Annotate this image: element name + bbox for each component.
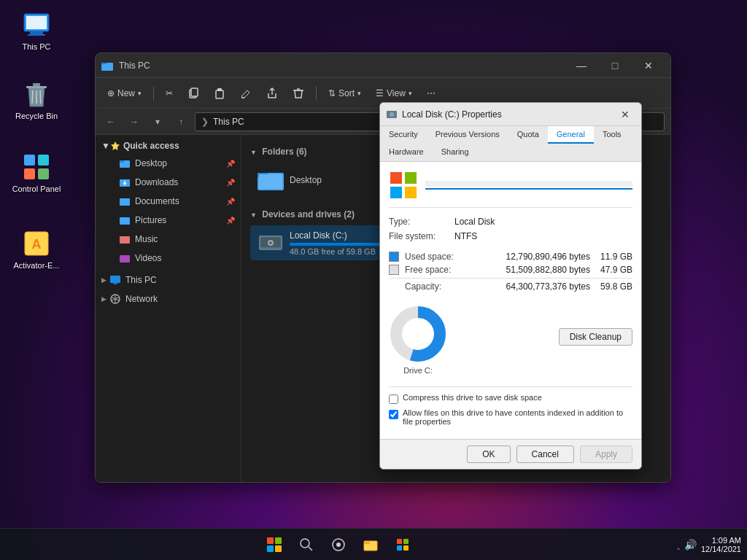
copy-button[interactable]	[182, 85, 205, 102]
free-space-row: Free space: 51,509,882,880 bytes 47.9 GB	[389, 265, 632, 275]
new-button[interactable]: ⊕ New ▾	[101, 85, 147, 101]
up-button[interactable]: ↑	[171, 112, 190, 131]
tab-quota[interactable]: Quota	[508, 126, 548, 144]
donut-chart: Drive C:	[389, 305, 447, 375]
svg-rect-57	[405, 187, 417, 198]
dialog-separator	[389, 386, 632, 387]
tab-previous-versions[interactable]: Previous Versions	[427, 126, 508, 144]
sidebar-music-label: Music	[135, 234, 158, 244]
system-clock[interactable]: 1:09 AM 12/14/2021	[701, 536, 741, 553]
compress-label: Compress this drive to save disk space	[403, 393, 542, 402]
taskview-button[interactable]	[324, 530, 353, 559]
pin-icon: 📌	[226, 160, 235, 168]
maximize-button[interactable]: □	[599, 54, 631, 77]
file-explorer-titlebar: This PC — □ ✕	[96, 53, 670, 78]
svg-rect-7	[33, 83, 40, 86]
this-pc-label: This PC	[22, 42, 50, 51]
recycle-bin-label: Recycle Bin	[15, 112, 58, 120]
svg-rect-65	[364, 542, 370, 544]
tab-tools[interactable]: Tools	[594, 126, 630, 144]
chevron-up-icon[interactable]: ‸	[677, 540, 680, 550]
dialog-close-button[interactable]: ✕	[615, 105, 635, 124]
svg-rect-68	[397, 545, 402, 551]
dialog-tabs: Security Previous Versions Quota General…	[380, 126, 641, 162]
apply-button[interactable]: Apply	[580, 446, 632, 463]
folder-item-desktop[interactable]: Desktop	[250, 163, 382, 198]
disk-cleanup-area: Disk Cleanup	[559, 328, 632, 346]
rename-button[interactable]	[234, 85, 258, 102]
delete-button[interactable]	[287, 85, 310, 102]
tab-hardware[interactable]: Hardware	[380, 144, 433, 161]
tab-sharing[interactable]: Sharing	[433, 144, 478, 161]
taskbar-search-button[interactable]	[292, 530, 321, 559]
svg-rect-21	[216, 90, 223, 98]
taskbar-store-button[interactable]	[388, 530, 417, 559]
compress-checkbox[interactable]	[389, 394, 398, 404]
sidebar-item-desktop[interactable]: Desktop 📌	[96, 154, 241, 173]
drive-c-icon	[258, 230, 284, 256]
sidebar-item-downloads[interactable]: Downloads 📌	[96, 173, 241, 192]
view-button[interactable]: ☰ View ▾	[370, 85, 418, 101]
svg-rect-3	[28, 34, 45, 36]
capacity-label: Capacity:	[405, 281, 463, 292]
forward-button[interactable]: →	[125, 112, 144, 131]
chevron-drives-icon: ▼	[250, 211, 257, 219]
drive-header	[389, 171, 632, 208]
used-gb: 11.9 GB	[596, 252, 632, 262]
desktop-icon-recycle-bin[interactable]: Recycle Bin	[7, 77, 66, 123]
sidebar-item-network[interactable]: ▶ Network	[96, 289, 241, 308]
sort-button[interactable]: ⇅ Sort ▾	[322, 85, 367, 101]
sidebar-item-documents[interactable]: Documents 📌	[96, 192, 241, 211]
quick-access-header[interactable]: ▼ Quick access	[96, 138, 241, 154]
used-label: Used space:	[405, 252, 463, 262]
cut-button[interactable]: ✂	[160, 85, 179, 101]
desktop-folder-icon	[119, 158, 131, 169]
network-icon	[109, 293, 121, 305]
close-button[interactable]: ✕	[632, 54, 665, 77]
recent-button[interactable]: ▾	[148, 112, 167, 131]
cut-icon: ✂	[166, 88, 173, 98]
folder-name-desktop: Desktop	[290, 175, 322, 185]
share-button[interactable]	[260, 85, 284, 102]
speaker-icon[interactable]: 🔊	[684, 539, 697, 551]
disk-cleanup-button[interactable]: Disk Cleanup	[559, 328, 632, 346]
svg-rect-18	[101, 63, 107, 64]
sort-icon: ⇅	[328, 88, 336, 98]
back-button[interactable]: ←	[101, 112, 120, 131]
svg-text:A: A	[32, 237, 42, 252]
index-checkbox[interactable]	[389, 410, 398, 419]
pin-icon-downloads: 📌	[226, 179, 235, 187]
ok-button[interactable]: OK	[467, 446, 510, 463]
file-explorer-title: This PC	[119, 61, 565, 71]
clock-date: 12/14/2021	[701, 545, 741, 553]
filesystem-value: NTFS	[454, 231, 477, 241]
sidebar-item-videos[interactable]: Videos	[96, 249, 241, 268]
cancel-button[interactable]: Cancel	[516, 446, 574, 463]
start-button[interactable]	[260, 530, 289, 559]
dialog-titlebar: Local Disk (C:) Properties ✕	[380, 103, 641, 126]
desktop: This PC Recycle Bin Control Panel	[0, 0, 747, 560]
sidebar-item-music[interactable]: Music	[96, 230, 241, 249]
svg-rect-31	[120, 236, 130, 244]
svg-rect-54	[390, 172, 402, 184]
tab-general[interactable]: General	[548, 126, 594, 144]
desktop-icon-control-panel[interactable]: Control Panel	[7, 149, 66, 196]
sidebar-pictures-label: Pictures	[135, 215, 166, 225]
free-color-box	[389, 265, 399, 275]
sidebar-item-pictures[interactable]: Pictures 📌	[96, 211, 241, 230]
tab-security[interactable]: Security	[380, 126, 427, 144]
minimize-button[interactable]: —	[565, 54, 597, 77]
svg-point-50	[270, 242, 272, 244]
svg-point-60	[301, 539, 309, 548]
control-panel-icon	[22, 152, 51, 182]
desktop-icon-this-pc[interactable]: This PC	[7, 7, 66, 54]
sidebar-item-this-pc[interactable]: ▶ This PC	[96, 271, 241, 289]
more-button[interactable]: ⋯	[421, 85, 441, 101]
pin-icon-pics: 📌	[226, 217, 235, 225]
this-pc-sidebar-label: This PC	[125, 275, 157, 285]
svg-rect-55	[405, 172, 417, 184]
filesystem-label: File system:	[389, 231, 454, 241]
taskbar-explorer-button[interactable]	[356, 530, 385, 559]
desktop-icon-activator[interactable]: A Activator-E...	[7, 226, 66, 273]
paste-button[interactable]	[208, 85, 231, 102]
